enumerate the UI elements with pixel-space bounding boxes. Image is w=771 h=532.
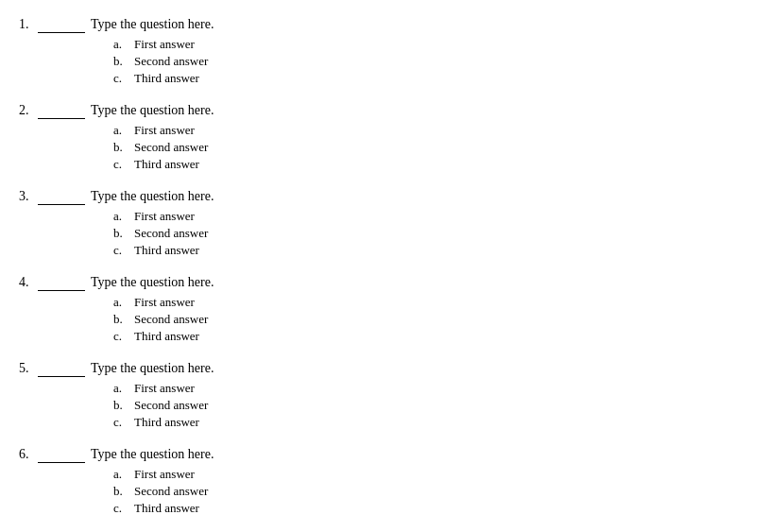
answer-label-6-3: c. xyxy=(113,501,134,516)
answer-item-2-1: a.First answer xyxy=(113,123,752,138)
answer-label-1-3: c. xyxy=(113,71,134,86)
question-block-1: 1. Type the question here.a.First answer… xyxy=(19,17,752,86)
question-block-3: 3. Type the question here.a.First answer… xyxy=(19,189,752,258)
question-text-4: Type the question here. xyxy=(91,275,214,290)
answer-item-3-3: c.Third answer xyxy=(113,243,752,258)
answer-item-2-3: c.Third answer xyxy=(113,157,752,172)
question-block-5: 5. Type the question here.a.First answer… xyxy=(19,361,752,430)
question-text-5: Type the question here. xyxy=(91,361,214,376)
answer-label-6-2: b. xyxy=(113,484,134,499)
question-block-6: 6. Type the question here.a.First answer… xyxy=(19,447,752,516)
question-text-3: Type the question here. xyxy=(91,189,214,204)
answer-item-1-2: b.Second answer xyxy=(113,54,752,69)
answer-item-6-3: c.Third answer xyxy=(113,501,752,516)
answer-label-5-1: a. xyxy=(113,381,134,396)
question-number-2: 2. xyxy=(19,103,38,118)
answer-label-2-2: b. xyxy=(113,140,134,155)
answer-text-3-1: First answer xyxy=(134,209,195,224)
question-line-3: 3. Type the question here. xyxy=(19,189,752,205)
answer-text-3-3: Third answer xyxy=(134,243,199,258)
answer-text-1-3: Third answer xyxy=(134,71,199,86)
question-number-5: 5. xyxy=(19,361,38,376)
question-blank-5 xyxy=(38,361,85,377)
question-line-4: 4. Type the question here. xyxy=(19,275,752,291)
answer-text-5-2: Second answer xyxy=(134,398,208,413)
answer-label-5-2: b. xyxy=(113,398,134,413)
answers-list-6: a.First answerb.Second answerc.Third ans… xyxy=(113,467,752,516)
answer-item-4-2: b.Second answer xyxy=(113,312,752,327)
answer-label-4-1: a. xyxy=(113,295,134,310)
answers-list-3: a.First answerb.Second answerc.Third ans… xyxy=(113,209,752,258)
answers-list-5: a.First answerb.Second answerc.Third ans… xyxy=(113,381,752,430)
answer-text-6-2: Second answer xyxy=(134,484,208,499)
answer-text-2-2: Second answer xyxy=(134,140,208,155)
question-number-4: 4. xyxy=(19,275,38,290)
answer-text-2-3: Third answer xyxy=(134,157,199,172)
answers-list-1: a.First answerb.Second answerc.Third ans… xyxy=(113,37,752,86)
answer-item-3-1: a.First answer xyxy=(113,209,752,224)
question-line-2: 2. Type the question here. xyxy=(19,103,752,119)
question-blank-3 xyxy=(38,189,85,205)
answer-text-6-1: First answer xyxy=(134,467,195,482)
answer-item-6-2: b.Second answer xyxy=(113,484,752,499)
answer-text-1-1: First answer xyxy=(134,37,195,52)
answer-label-4-2: b. xyxy=(113,312,134,327)
question-text-2: Type the question here. xyxy=(91,103,214,118)
question-number-1: 1. xyxy=(19,17,38,32)
answer-item-4-1: a.First answer xyxy=(113,295,752,310)
answer-item-4-3: c.Third answer xyxy=(113,329,752,344)
question-text-1: Type the question here. xyxy=(91,17,214,32)
question-line-5: 5. Type the question here. xyxy=(19,361,752,377)
answer-item-5-3: c.Third answer xyxy=(113,415,752,430)
answer-label-3-1: a. xyxy=(113,209,134,224)
question-number-3: 3. xyxy=(19,189,38,204)
answer-text-4-1: First answer xyxy=(134,295,195,310)
answer-item-6-1: a.First answer xyxy=(113,467,752,482)
answer-text-1-2: Second answer xyxy=(134,54,208,69)
quiz-container: 1. Type the question here.a.First answer… xyxy=(19,17,752,516)
answer-item-5-2: b.Second answer xyxy=(113,398,752,413)
question-block-2: 2. Type the question here.a.First answer… xyxy=(19,103,752,172)
answer-label-6-1: a. xyxy=(113,467,134,482)
question-line-1: 1. Type the question here. xyxy=(19,17,752,33)
answer-item-3-2: b.Second answer xyxy=(113,226,752,241)
question-blank-6 xyxy=(38,447,85,463)
answer-text-4-2: Second answer xyxy=(134,312,208,327)
question-number-6: 6. xyxy=(19,447,38,462)
answer-label-2-3: c. xyxy=(113,157,134,172)
answer-label-4-3: c. xyxy=(113,329,134,344)
answer-text-4-3: Third answer xyxy=(134,329,199,344)
answer-item-1-3: c.Third answer xyxy=(113,71,752,86)
answer-label-3-2: b. xyxy=(113,226,134,241)
answer-label-2-1: a. xyxy=(113,123,134,138)
answer-label-1-1: a. xyxy=(113,37,134,52)
answer-item-2-2: b.Second answer xyxy=(113,140,752,155)
answer-text-5-3: Third answer xyxy=(134,415,199,430)
answer-item-5-1: a.First answer xyxy=(113,381,752,396)
answers-list-2: a.First answerb.Second answerc.Third ans… xyxy=(113,123,752,172)
answers-list-4: a.First answerb.Second answerc.Third ans… xyxy=(113,295,752,344)
answer-label-5-3: c. xyxy=(113,415,134,430)
question-block-4: 4. Type the question here.a.First answer… xyxy=(19,275,752,344)
answer-text-2-1: First answer xyxy=(134,123,195,138)
question-blank-2 xyxy=(38,103,85,119)
question-blank-1 xyxy=(38,17,85,33)
answer-text-6-3: Third answer xyxy=(134,501,199,516)
question-line-6: 6. Type the question here. xyxy=(19,447,752,463)
answer-label-1-2: b. xyxy=(113,54,134,69)
answer-item-1-1: a.First answer xyxy=(113,37,752,52)
answer-text-3-2: Second answer xyxy=(134,226,208,241)
question-blank-4 xyxy=(38,275,85,291)
question-text-6: Type the question here. xyxy=(91,447,214,462)
answer-text-5-1: First answer xyxy=(134,381,195,396)
answer-label-3-3: c. xyxy=(113,243,134,258)
